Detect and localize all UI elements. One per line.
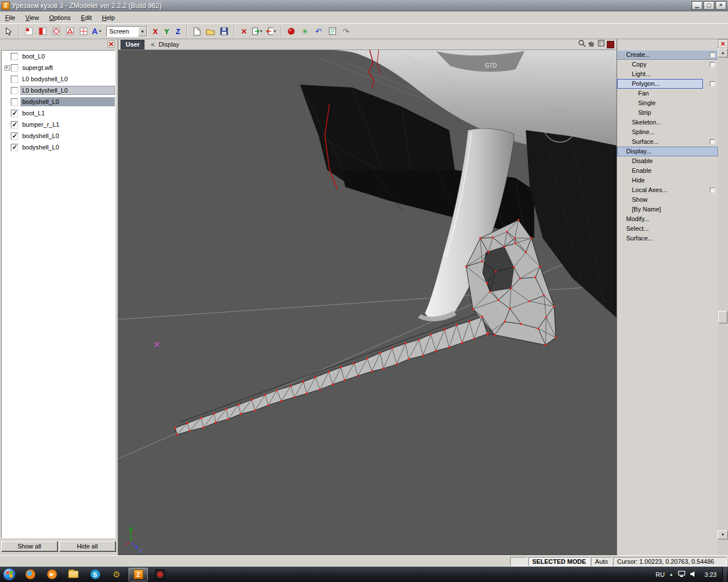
visibility-checkbox[interactable] [11,87,18,94]
save-icon[interactable] [218,25,230,38]
import-icon[interactable]: ▾ [251,25,264,38]
visibility-checkbox[interactable] [11,64,18,72]
red-app-icon[interactable] [150,568,169,581]
pin-checkbox[interactable] [710,52,715,57]
scroll-down-icon[interactable]: ▼ [718,530,728,539]
visibility-checkbox[interactable] [11,121,18,128]
expand-icon[interactable]: + [5,65,10,70]
viewport-canvas[interactable]: GTD [118,50,617,555]
scrollbar-thumb[interactable] [718,311,727,323]
sel-mode-4-icon[interactable] [64,25,76,38]
list-item[interactable]: bumper_r_L1 [2,119,115,130]
snap-star-icon[interactable]: ✳ [299,25,311,38]
axis-z-toggle[interactable]: Z [173,25,183,38]
pan-hand-icon[interactable] [588,39,595,49]
visibility-checkbox[interactable] [11,144,18,151]
sel-mode-3-icon[interactable] [50,25,63,38]
menu-edit[interactable]: Edit [76,12,97,23]
material-sphere-icon[interactable] [285,25,297,38]
visibility-checkbox[interactable] [11,76,18,83]
viewport-flag-button[interactable] [607,41,614,48]
back-arrow-button[interactable]: < [148,41,157,48]
hide-all-button[interactable]: Hide all [59,541,115,551]
language-indicator[interactable]: RU [656,571,665,578]
select-tool-icon[interactable] [3,25,15,38]
skype-icon[interactable]: S [85,568,105,581]
undo-icon[interactable]: ↶ [312,25,325,38]
visibility-checkbox[interactable] [11,53,18,60]
pin-checkbox[interactable] [710,139,715,144]
pin-checkbox[interactable] [710,188,715,193]
firefox-icon[interactable] [20,568,40,581]
display-tray-icon[interactable] [678,571,685,579]
menu-item-spline[interactable]: Spline... [617,127,718,137]
menu-item-strip[interactable]: Strip [617,108,718,118]
menu-file[interactable]: File [0,12,20,23]
maximize-button[interactable]: ▢ [704,1,714,10]
export-icon[interactable]: ▾ [265,25,278,38]
menu-item-skeleton[interactable]: Skeleton... [617,118,718,127]
list-item[interactable]: + supergt.wft [2,62,115,73]
menu-item-surface[interactable]: Surface... [617,137,718,147]
redo-icon[interactable]: ↷ [340,25,352,38]
show-desktop-button[interactable] [722,567,727,582]
attributes-icon[interactable]: A▾ [91,25,104,38]
zoom-icon[interactable] [578,39,586,49]
menu-item-disable[interactable]: Disable [617,156,718,166]
list-item[interactable]: boot_L0 [2,51,115,62]
menu-item-single[interactable]: Single [617,98,718,108]
menu-item-light[interactable]: Light... [617,69,718,79]
menu-item-modify[interactable]: Modify... [617,214,718,224]
list-item[interactable]: bodyshell_L0 [2,130,115,142]
new-file-icon[interactable] [191,25,203,38]
visibility-checkbox[interactable] [11,132,18,140]
close-panel-icon[interactable]: ✕ [107,40,115,48]
volume-icon[interactable] [690,571,697,579]
sel-mode-5-icon[interactable] [77,25,90,38]
close-button[interactable]: ✕ [715,1,726,10]
menu-item-select[interactable]: Select... [617,224,718,234]
scroll-up-icon[interactable]: ▲ [718,48,728,57]
list-item[interactable]: bodyshell_L0 [2,142,115,153]
sel-mode-2-icon[interactable] [36,25,49,38]
list-item[interactable]: L0 bodyshell_L0 [2,73,115,85]
show-all-button[interactable]: Show all [1,541,57,551]
menu-item-copy[interactable]: Copy [617,60,718,69]
list-item[interactable]: bodyshell_L0 [2,96,115,107]
log-icon[interactable] [326,25,338,38]
delete-icon[interactable]: ✕ [238,25,250,38]
menu-item-create[interactable]: Create... [617,50,718,60]
scrollbar-track[interactable] [718,57,728,546]
visibility-checkbox[interactable] [11,110,18,117]
fit-view-icon[interactable] [597,39,605,49]
menu-item-show[interactable]: Show [617,195,718,205]
start-button[interactable] [3,568,16,581]
clock[interactable]: 3:23 [701,571,720,578]
view-type-button[interactable]: User [121,40,144,49]
auto-indicator[interactable]: Auto [591,557,612,566]
pin-checkbox[interactable] [710,81,715,86]
menu-item-polygon[interactable]: Polygon... [617,79,703,89]
axis-y-toggle[interactable]: Y [162,25,172,38]
transform-space-select[interactable]: Screen ▼ [106,26,147,37]
menu-help[interactable]: Help [97,12,120,23]
menu-item-enable[interactable]: Enable [617,166,718,176]
open-folder-icon[interactable] [204,25,217,38]
menu-view[interactable]: View [20,12,44,23]
menu-item-fan[interactable]: Fan [617,89,718,98]
hidden-icons-icon[interactable]: ▲ [669,572,673,576]
minimize-button[interactable]: ▁ [692,1,702,10]
menu-item-hide[interactable]: Hide [617,176,718,185]
visibility-checkbox[interactable] [11,98,18,106]
sel-mode-1-icon[interactable] [23,25,35,38]
media-player-icon[interactable]: ▶ [42,568,61,581]
explorer-folder-icon[interactable] [64,568,83,581]
menu-item-by-name[interactable]: [By Name] [617,205,718,214]
close-panel-icon[interactable]: ✕ [718,39,728,48]
axis-x-toggle[interactable]: X [150,25,160,38]
gears-icon[interactable]: ⚙ [107,568,126,581]
menu-item-surface-2[interactable]: Surface... [617,234,718,243]
menu-options[interactable]: Options [44,12,76,23]
pin-checkbox[interactable] [710,62,715,67]
list-item[interactable]: L0 bodyshell_L0 [2,85,115,96]
